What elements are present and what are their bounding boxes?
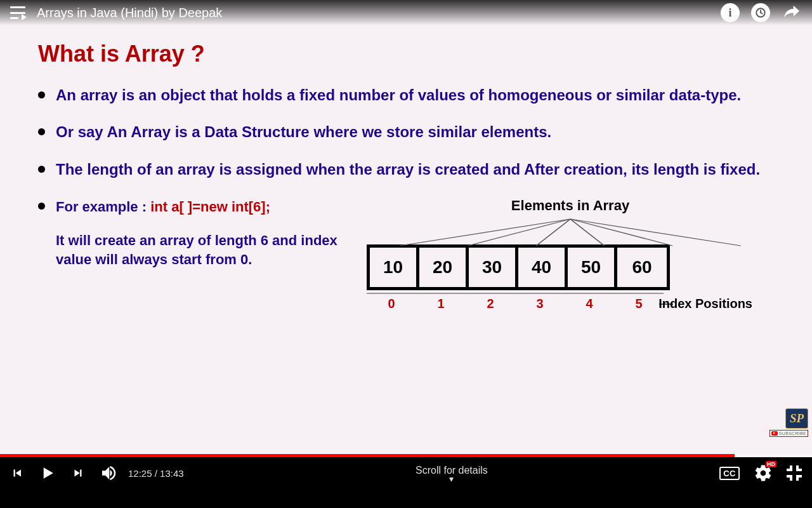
array-cell: 20 — [419, 248, 469, 287]
array-cell: 60 — [617, 248, 667, 287]
video-frame: What is Array ? An array is an object th… — [0, 0, 812, 457]
watermark-logo: SP — [785, 408, 808, 429]
elements-label: Elements in Array — [367, 196, 774, 215]
array-index: 2 — [466, 293, 515, 312]
video-top-bar: Arrays in Java (Hindi) by Deepak i — [0, 0, 812, 25]
array-index: 5 — [614, 293, 664, 312]
below-player-area — [0, 489, 812, 508]
array-index: 4 — [565, 293, 614, 312]
slide-heading: What is Array ? — [38, 41, 774, 67]
array-cell: 50 — [568, 248, 617, 287]
array-index: 0 — [367, 293, 416, 312]
watch-later-icon[interactable] — [751, 3, 770, 22]
svg-line-5 — [570, 219, 741, 246]
array-cell: 10 — [370, 248, 419, 287]
exit-fullscreen-icon — [787, 465, 802, 481]
settings-button[interactable]: HD — [754, 464, 773, 483]
array-cells: 10 20 30 40 50 60 — [367, 244, 670, 290]
video-title[interactable]: Arrays in Java (Hindi) by Deepak — [37, 6, 721, 20]
bullet-item: The length of an array is assigned when … — [38, 159, 774, 180]
time-display: 12:25 / 13:43 — [128, 468, 184, 479]
scroll-for-details[interactable]: Scroll for details ▾ — [416, 465, 488, 481]
index-positions-label: Index Positions — [658, 295, 752, 312]
example-prefix: For example : — [56, 199, 150, 215]
watermark-subscribe: SUBSCRIBE — [769, 430, 808, 437]
bullet-item: Or say An Array is a Data Structure wher… — [38, 122, 774, 142]
current-time: 12:25 — [128, 468, 152, 479]
svg-line-3 — [570, 219, 605, 246]
player-controls: 12:25 / 13:43 Scroll for details ▾ CC HD — [0, 457, 812, 489]
svg-line-0 — [400, 219, 570, 246]
play-button[interactable] — [38, 464, 57, 483]
duration: 13:43 — [160, 468, 184, 479]
index-row: 0 1 2 3 4 5 — [367, 293, 670, 312]
bullet-item-example: For example : int a[ ]=new int[6]; It wi… — [38, 196, 774, 312]
example-description: It will create an array of length 6 and … — [56, 231, 354, 271]
example-code: int a[ ]=new int[6]; — [150, 199, 270, 215]
array-diagram: Elements in Array — [367, 196, 774, 312]
hd-badge: HD — [766, 461, 776, 467]
channel-watermark[interactable]: SP SUBSCRIBE — [769, 408, 808, 437]
previous-button[interactable] — [10, 466, 24, 480]
array-cell: 40 — [518, 248, 568, 287]
bullet-list: An array is an object that holds a fixed… — [38, 85, 774, 312]
array-index: 1 — [416, 293, 466, 312]
share-icon[interactable] — [782, 1, 802, 24]
array-index: 3 — [515, 293, 565, 312]
array-cell: 30 — [469, 248, 518, 287]
captions-button[interactable]: CC — [719, 467, 740, 480]
next-button[interactable] — [71, 466, 85, 480]
playlist-icon[interactable] — [10, 6, 25, 19]
chevron-down-icon: ▾ — [416, 476, 488, 481]
info-icon[interactable]: i — [721, 3, 740, 22]
volume-button[interactable] — [99, 464, 118, 483]
exit-fullscreen-button[interactable] — [787, 465, 802, 481]
svg-line-2 — [536, 219, 570, 246]
bullet-item: An array is an object that holds a fixed… — [38, 85, 774, 105]
